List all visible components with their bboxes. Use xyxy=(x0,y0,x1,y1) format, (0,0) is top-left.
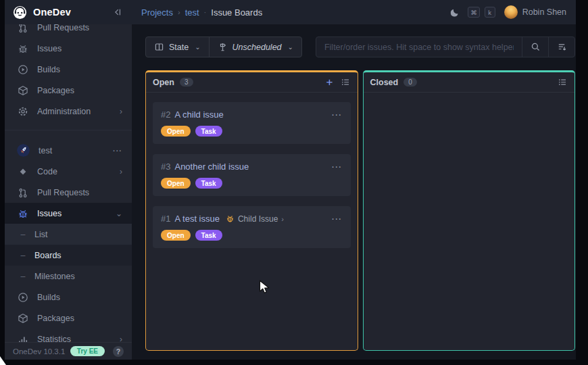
card-menu-icon[interactable]: ··· xyxy=(332,163,343,171)
issue-badges: Open Task xyxy=(161,126,343,137)
column-list-icon[interactable] xyxy=(341,77,351,87)
breadcrumb-projects-link[interactable]: Projects xyxy=(141,7,173,18)
sidebar-item-label: Builds xyxy=(37,293,60,302)
main-content: State ⌄ Unscheduled ⌄ xyxy=(132,24,576,360)
sidebar-item-administration[interactable]: Administration › xyxy=(5,101,132,122)
pull-request-icon xyxy=(17,187,28,198)
column-count-badge: 0 xyxy=(403,78,417,87)
sidebar-item-label: Code xyxy=(37,167,57,176)
user-name[interactable]: Robin Shen xyxy=(522,7,566,17)
issue-badges: Open Task xyxy=(161,230,343,241)
shortcut-k-key[interactable]: k xyxy=(485,7,495,18)
milestone-dropdown[interactable]: Unscheduled ⌄ xyxy=(209,37,301,57)
sidebar-item-issues-list[interactable]: – List xyxy=(5,224,132,245)
sidebar-item-label: Packages xyxy=(37,314,74,323)
app-title: OneDev xyxy=(33,7,71,18)
dash-bullet-icon: – xyxy=(18,272,28,281)
code-icon xyxy=(17,166,28,177)
columns-icon xyxy=(154,42,164,52)
sidebar-item-label: Packages xyxy=(37,86,74,95)
top-navbar: OneDev Projects › test · Issue Boards xyxy=(5,0,576,24)
chevron-down-icon: ⌄ xyxy=(195,43,200,51)
shortcut-cmd-key[interactable]: ⌘ xyxy=(468,7,480,18)
order-button[interactable] xyxy=(548,37,574,57)
navbar-actions: ⌘ k Robin Shen xyxy=(449,5,576,19)
add-issue-icon[interactable]: + xyxy=(326,76,333,88)
sidebar-item-label: Issues xyxy=(37,44,62,53)
state-board-dropdown[interactable]: State ⌄ xyxy=(146,37,209,57)
state-badge: Open xyxy=(161,230,191,241)
filter-input[interactable] xyxy=(316,37,522,57)
sidebar-item-label: Milestones xyxy=(34,272,75,281)
issue-number: #2 xyxy=(161,110,170,120)
moon-icon xyxy=(449,7,460,18)
child-issue-label: Child Issue xyxy=(238,214,278,224)
board-toolbar: State ⌄ Unscheduled ⌄ xyxy=(145,36,575,57)
sidebar-item-issues-milestones[interactable]: – Milestones xyxy=(5,266,132,287)
search-button[interactable] xyxy=(522,37,548,57)
sidebar-collapse-icon[interactable] xyxy=(112,7,122,17)
dark-mode-toggle[interactable] xyxy=(449,7,460,18)
sidebar-item-issues[interactable]: Issues xyxy=(5,38,132,59)
dash-bullet-icon: – xyxy=(18,230,28,239)
breadcrumb: Projects › test · Issue Boards xyxy=(141,7,262,18)
sidebar-project-header[interactable]: test ··· xyxy=(5,140,132,161)
sidebar-item-project-issues[interactable]: Issues ⌄ xyxy=(5,203,132,224)
sidebar-item-packages[interactable]: Packages xyxy=(5,80,132,101)
column-body-closed xyxy=(364,93,575,112)
card-menu-icon[interactable]: ··· xyxy=(332,215,343,223)
sidebar-scroll: Pull Requests Issues xyxy=(5,24,132,349)
issue-card[interactable]: #3 Another child issue ··· Open Task xyxy=(153,154,351,196)
column-count-badge: 3 xyxy=(180,78,193,87)
user-avatar[interactable] xyxy=(504,5,518,19)
sidebar-item-project-builds[interactable]: Builds xyxy=(5,287,132,308)
type-badge: Task xyxy=(195,230,222,241)
sidebar-item-issues-boards[interactable]: – Boards xyxy=(5,245,132,266)
sidebar-item-label: Pull Requests xyxy=(37,24,89,32)
column-actions: + xyxy=(326,76,351,88)
project-avatar xyxy=(17,144,30,157)
issue-number: #3 xyxy=(161,162,170,172)
project-name: test xyxy=(39,146,52,155)
sidebar-item-label: Builds xyxy=(37,65,60,74)
column-title: Closed xyxy=(370,78,399,87)
issue-card[interactable]: #1 A test issue Child Issue › xyxy=(153,206,351,248)
issue-title[interactable]: Another child issue xyxy=(174,162,249,172)
sidebar-item-builds[interactable]: Builds xyxy=(5,59,132,80)
card-menu-icon[interactable]: ··· xyxy=(332,111,343,119)
navbar-brand: OneDev xyxy=(5,5,132,20)
chevron-right-icon: › xyxy=(120,107,122,116)
package-icon xyxy=(17,85,28,96)
column-list-icon[interactable] xyxy=(558,77,568,87)
breadcrumb-dot-icon: · xyxy=(204,8,207,16)
issue-card[interactable]: #2 A child issue ··· Open Task xyxy=(153,102,351,144)
column-title: Open xyxy=(153,78,174,87)
sidebar: Pull Requests Issues xyxy=(5,24,132,360)
sidebar-item-label: Issues xyxy=(37,209,62,218)
sidebar-item-code[interactable]: Code › xyxy=(5,161,132,182)
bug-icon xyxy=(17,208,28,219)
try-ee-badge[interactable]: Try EE xyxy=(70,346,105,356)
issue-board: Open 3 + xyxy=(145,70,575,351)
package-icon xyxy=(17,313,28,324)
issue-title[interactable]: A child issue xyxy=(174,110,223,120)
sidebar-item-project-pull-requests[interactable]: Pull Requests xyxy=(5,182,132,203)
app-window: OneDev Projects › test · Issue Boards xyxy=(5,0,576,360)
sidebar-item-label: Boards xyxy=(34,251,62,260)
issue-title[interactable]: A test issue xyxy=(174,214,219,224)
sort-icon xyxy=(557,42,567,52)
search-icon xyxy=(531,42,541,52)
sidebar-item-label: Administration xyxy=(37,107,91,116)
dash-bullet-icon: – xyxy=(18,251,28,260)
bug-icon xyxy=(17,43,28,54)
breadcrumb-separator-icon: › xyxy=(178,8,180,16)
child-issue-link[interactable]: Child Issue › xyxy=(226,214,284,224)
chevron-down-icon: ⌄ xyxy=(116,209,122,218)
sidebar-item-pull-requests[interactable]: Pull Requests xyxy=(5,24,132,38)
milestone-label: Unscheduled xyxy=(232,43,282,52)
sidebar-footer: OneDev 10.3.1 Try EE ? xyxy=(5,342,132,360)
project-menu-icon[interactable]: ··· xyxy=(113,147,122,155)
breadcrumb-project-link[interactable]: test xyxy=(185,7,199,18)
help-icon[interactable]: ? xyxy=(113,346,124,357)
sidebar-item-project-packages[interactable]: Packages xyxy=(5,308,132,328)
